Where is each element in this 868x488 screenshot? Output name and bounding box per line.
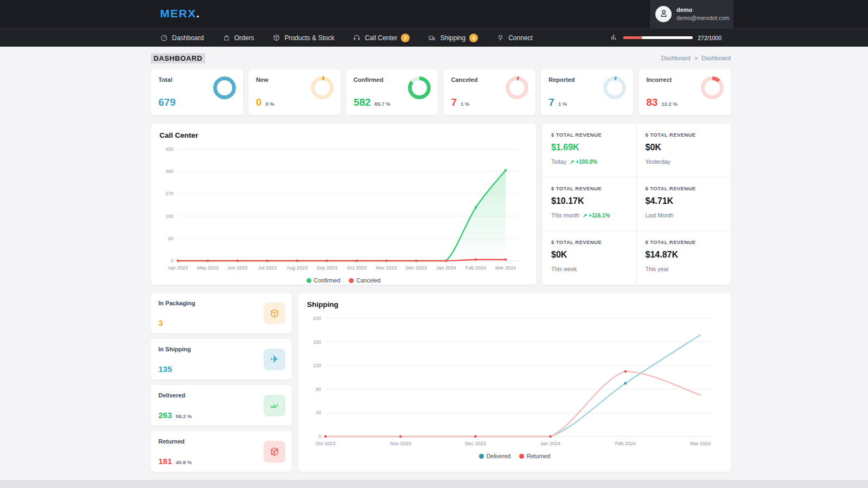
svg-text:Aug 2023: Aug 2023 bbox=[286, 265, 308, 271]
legend-item-confirmed[interactable]: Confirmed bbox=[307, 277, 340, 284]
status-card-in-packaging: In Packaging3 bbox=[151, 293, 292, 333]
quota-widget: 272/1000 bbox=[610, 33, 722, 43]
revenue-card-this-year: $ TOTAL REVENUE$14.87KThis year bbox=[637, 231, 731, 285]
status-card-in-shipping: In Shipping✈135 bbox=[151, 339, 292, 380]
svg-text:Feb 2024: Feb 2024 bbox=[465, 265, 486, 271]
svg-text:0: 0 bbox=[318, 434, 321, 439]
stat-percent: 0 % bbox=[265, 101, 274, 107]
legend-item-canceled[interactable]: Canceled bbox=[349, 277, 380, 284]
stat-value: 7 bbox=[451, 97, 457, 108]
revenue-period: This year bbox=[646, 266, 669, 272]
nav-item-label: Call Center bbox=[365, 34, 397, 42]
revenue-label: $ TOTAL REVENUE bbox=[551, 132, 628, 138]
revenue-period: This month bbox=[551, 212, 579, 219]
svg-text:Jul 2023: Jul 2023 bbox=[258, 265, 277, 271]
stat-value: 83 bbox=[646, 97, 658, 108]
stat-donut-chart bbox=[701, 76, 724, 99]
call-center-title: Call Center bbox=[159, 131, 527, 139]
stat-card-canceled: Canceled71 % bbox=[443, 69, 535, 115]
svg-text:160: 160 bbox=[313, 339, 321, 345]
status-icon-box bbox=[264, 395, 285, 416]
svg-text:Mar 2024: Mar 2024 bbox=[495, 265, 516, 271]
breadcrumb-item[interactable]: Dashboard bbox=[661, 55, 691, 61]
revenue-value: $14.87K bbox=[646, 250, 723, 260]
legend-item-delivered[interactable]: Delivered bbox=[479, 453, 510, 459]
stat-donut-chart bbox=[506, 76, 528, 99]
revenue-period: Yesterday bbox=[646, 158, 671, 165]
nav-item-products-stock[interactable]: Products & Stock bbox=[272, 34, 334, 42]
user-menu[interactable]: demo demo@merxdot.com bbox=[650, 0, 733, 28]
user-email: demo@merxdot.com bbox=[676, 14, 730, 22]
status-card-delivered: Delivered26359.2 % bbox=[151, 385, 292, 426]
legend-item-returned[interactable]: Returned bbox=[519, 453, 550, 459]
status-percent: 40.8 % bbox=[176, 459, 192, 465]
legend-label: Confirmed bbox=[314, 277, 340, 284]
nav-item-connect[interactable]: Connect bbox=[496, 34, 533, 42]
person-icon bbox=[659, 8, 669, 18]
legend-label: Delivered bbox=[487, 453, 510, 459]
svg-text:Apr 2023: Apr 2023 bbox=[168, 265, 188, 271]
svg-text:Dec 2023: Dec 2023 bbox=[465, 441, 486, 446]
main-row: Call Center 090180270360450Apr 2023May 2… bbox=[151, 124, 731, 285]
bottom-row: In Packaging3In Shipping✈135Delivered263… bbox=[151, 293, 731, 472]
breadcrumb-item[interactable]: Dashboard bbox=[701, 55, 731, 61]
revenue-value: $1.69K bbox=[551, 143, 628, 152]
nav-badge: 7 bbox=[401, 34, 410, 42]
breadcrumb-separator: > bbox=[694, 55, 698, 61]
revenue-card-today: $ TOTAL REVENUE$1.69KToday↗ +100.0% bbox=[542, 124, 637, 177]
svg-text:360: 360 bbox=[165, 169, 174, 174]
stat-card-incorrect: Incorrect8312.2 % bbox=[639, 69, 731, 115]
bar-chart-icon bbox=[610, 33, 618, 43]
nav-item-orders[interactable]: Orders bbox=[222, 34, 254, 42]
revenue-period: This week bbox=[551, 266, 577, 272]
stat-percent: 85.7 % bbox=[374, 101, 391, 107]
person-icon bbox=[659, 8, 669, 21]
bars-icon bbox=[610, 33, 618, 41]
svg-text:450: 450 bbox=[165, 146, 174, 152]
stat-value: 679 bbox=[158, 97, 176, 108]
svg-text:Oct 2023: Oct 2023 bbox=[316, 441, 336, 446]
stat-donut-chart bbox=[311, 76, 334, 99]
stat-donut-chart bbox=[603, 76, 626, 99]
stat-donut-chart bbox=[213, 76, 236, 99]
status-value: 263 bbox=[158, 410, 172, 420]
nav-item-dashboard[interactable]: Dashboard bbox=[160, 34, 204, 42]
app-header: MERX. demo demo@merxdot.com bbox=[0, 0, 868, 28]
status-icon-box: ✈ bbox=[264, 349, 285, 370]
svg-text:Mar 2024: Mar 2024 bbox=[690, 441, 711, 446]
svg-text:Oct 2023: Oct 2023 bbox=[347, 265, 367, 271]
legend-label: Returned bbox=[527, 453, 550, 459]
gauge-icon bbox=[160, 34, 168, 42]
truck-icon bbox=[428, 34, 436, 42]
svg-text:Sep 2023: Sep 2023 bbox=[316, 265, 337, 271]
nav-item-label: Products & Stock bbox=[284, 34, 334, 42]
app-logo[interactable]: MERX. bbox=[160, 7, 200, 20]
svg-text:120: 120 bbox=[313, 363, 321, 368]
stat-percent: 1 % bbox=[558, 101, 567, 107]
revenue-label: $ TOTAL REVENUE bbox=[646, 132, 723, 138]
nav-item-label: Orders bbox=[234, 34, 254, 42]
revenue-value: $4.71K bbox=[646, 196, 723, 206]
nav-item-call-center[interactable]: Call Center7 bbox=[353, 34, 410, 42]
bag-icon bbox=[222, 34, 231, 42]
nav-item-label: Dashboard bbox=[172, 34, 204, 42]
page-content: DASHBOARD Dashboard>Dashboard Total679Ne… bbox=[151, 47, 731, 472]
status-card-returned: Returned18140.8 % bbox=[151, 431, 292, 472]
shipping-status-cards: In Packaging3In Shipping✈135Delivered263… bbox=[151, 293, 292, 472]
quota-progress bbox=[623, 36, 693, 39]
revenue-period: Today bbox=[551, 158, 566, 165]
legend-dot bbox=[307, 278, 311, 283]
double-check-icon bbox=[269, 400, 280, 411]
revenue-delta: ↗ +100.0% bbox=[570, 159, 597, 165]
cube-icon bbox=[272, 34, 280, 42]
svg-text:Dec 2023: Dec 2023 bbox=[406, 265, 427, 271]
quota-label: 272/1000 bbox=[698, 35, 722, 41]
headset-icon bbox=[353, 34, 361, 42]
nav-item-shipping[interactable]: Shipping3 bbox=[428, 34, 478, 42]
stat-percent: 1 % bbox=[461, 101, 469, 107]
shipping-legend: DeliveredReturned bbox=[307, 453, 722, 459]
svg-text:Jan 2024: Jan 2024 bbox=[540, 441, 560, 446]
main-nav: DashboardOrdersProducts & StockCall Cent… bbox=[160, 34, 533, 42]
revenue-panel: $ TOTAL REVENUE$1.69KToday↗ +100.0%$ TOT… bbox=[542, 124, 731, 285]
nav-badge: 3 bbox=[469, 34, 478, 42]
